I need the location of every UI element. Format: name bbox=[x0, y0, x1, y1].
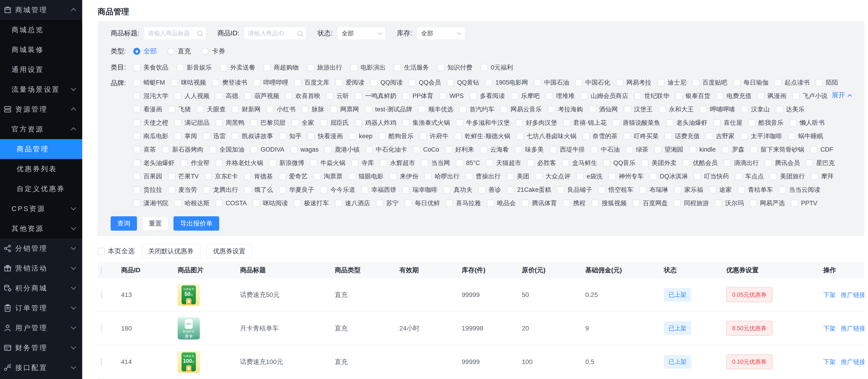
brand-checkbox-item[interactable]: 寺库 bbox=[351, 159, 374, 167]
select-all-checkbox-item[interactable]: 本页全选 bbox=[98, 246, 135, 256]
brand-checkbox-item[interactable]: 乐摩吧 bbox=[511, 92, 540, 100]
brand-checkbox-item[interactable]: 集渔泰式火锅 bbox=[402, 119, 450, 127]
brand-checkbox-item[interactable]: 网票网 bbox=[330, 105, 359, 114]
brand-checkbox-item[interactable]: 爱阅读 bbox=[335, 78, 364, 87]
brand-checkbox-item[interactable]: 老头油爆虾 bbox=[666, 119, 708, 127]
take-down-link[interactable]: 下架 bbox=[823, 325, 836, 332]
brand-checkbox-item[interactable]: 当当网 bbox=[421, 159, 450, 167]
brand-checkbox-item[interactable]: PP体育 bbox=[402, 92, 433, 100]
brand-checkbox-item[interactable]: CDF bbox=[810, 146, 833, 153]
brand-checkbox-item[interactable]: 埋堆堆 bbox=[546, 92, 575, 100]
brand-checkbox-item[interactable]: 银泰百货 bbox=[675, 92, 711, 100]
brand-checkbox-item[interactable]: 优酷会员 bbox=[683, 159, 718, 167]
brand-checkbox-item[interactable]: 话费充值 bbox=[665, 132, 700, 140]
brand-checkbox-item[interactable]: kindle bbox=[689, 146, 716, 153]
brand-checkbox-item[interactable]: 绿茶 bbox=[626, 145, 648, 154]
brand-checkbox-item[interactable]: 1905电影网 bbox=[485, 78, 528, 87]
brand-checkbox-item[interactable]: 天猫超市 bbox=[486, 159, 521, 167]
category-checkbox-item[interactable]: 知识付费 bbox=[437, 63, 472, 71]
brand-checkbox-item[interactable]: 猫眼电影 bbox=[348, 172, 384, 180]
brand-checkbox-item[interactable]: PPTV bbox=[791, 200, 817, 207]
category-checkbox-item[interactable]: 商超购物 bbox=[264, 63, 299, 71]
brand-checkbox-item[interactable]: 天眼查 bbox=[197, 105, 226, 114]
brand-checkbox-item[interactable]: 搜狐视频 bbox=[591, 199, 627, 207]
brand-checkbox-item[interactable]: 哈啰出行 bbox=[425, 172, 460, 180]
brand-checkbox-item[interactable]: 每日优鲜 bbox=[405, 199, 440, 207]
brand-checkbox-item[interactable]: 善诊 bbox=[478, 185, 501, 194]
brand-checkbox-item[interactable]: 喜仕屋 bbox=[713, 119, 742, 127]
brand-checkbox-item[interactable]: 老头油爆虾 bbox=[133, 159, 175, 167]
brand-checkbox-item[interactable]: 欢喜首映 bbox=[285, 92, 320, 100]
brand-checkbox-item[interactable]: 脉脉 bbox=[302, 105, 324, 114]
brand-checkbox-item[interactable]: 呷哺呷哺 bbox=[700, 105, 735, 114]
brand-checkbox-item[interactable]: 哈根达斯 bbox=[175, 199, 210, 207]
sidebar-item-商品管理[interactable]: 商品管理 bbox=[0, 139, 82, 159]
sidebar-item-营销活动[interactable]: 营销活动 bbox=[0, 258, 82, 278]
sidebar-item-财务管理[interactable]: 财务管理 bbox=[0, 338, 82, 358]
status-select[interactable]: 全部 bbox=[337, 27, 386, 40]
brand-checkbox-item[interactable]: 汉拿山 bbox=[741, 105, 770, 114]
brand-checkbox-item[interactable]: 速八酒店 bbox=[335, 199, 370, 207]
brand-checkbox-item[interactable]: 携程 bbox=[563, 199, 586, 207]
sidebar-item-商城管理[interactable]: 商城管理 bbox=[0, 0, 82, 20]
brand-checkbox-item[interactable]: 葫芦视频 bbox=[244, 92, 279, 100]
brand-checkbox-item[interactable]: 神州专车 bbox=[609, 172, 644, 180]
brand-checkbox-item[interactable]: 新石器烤肉 bbox=[162, 145, 203, 154]
brand-checkbox-item[interactable]: 华夏良子 bbox=[279, 185, 314, 194]
brand-checkbox-item[interactable]: 瑞幸咖啡 bbox=[402, 185, 437, 194]
brand-checkbox-item[interactable]: 中石化油卡 bbox=[366, 145, 407, 154]
brand-checkbox-item[interactable]: wagas bbox=[290, 146, 318, 153]
brand-checkbox-item[interactable]: test-测试品牌 bbox=[365, 105, 412, 114]
brand-checkbox-item[interactable]: 起点读书 bbox=[774, 78, 810, 87]
reset-button[interactable]: 重置 bbox=[142, 216, 168, 231]
brand-checkbox-item[interactable]: 酒仙网 bbox=[589, 105, 618, 114]
brand-checkbox-item[interactable]: 人人视频 bbox=[175, 92, 210, 100]
brand-checkbox-item[interactable]: 混沌大学 bbox=[133, 92, 168, 100]
brand-checkbox-item[interactable]: 车点点 bbox=[735, 172, 764, 180]
brand-checkbox-item[interactable]: 巴黎贝甜 bbox=[250, 119, 285, 127]
stock-select[interactable]: 全部 bbox=[417, 27, 465, 40]
sidebar-item-自定义优惠券[interactable]: 自定义优惠券 bbox=[0, 179, 82, 199]
brand-checkbox-item[interactable]: 电费充值 bbox=[716, 92, 752, 100]
sidebar-item-流量场景设置[interactable]: 流量场景设置 bbox=[0, 80, 82, 99]
brand-checkbox-item[interactable]: DQ冰淇淋 bbox=[650, 172, 688, 180]
promo-link-link[interactable]: 推广链接 bbox=[841, 358, 864, 366]
brand-checkbox-item[interactable]: 屈臣氏 bbox=[320, 119, 349, 127]
brand-checkbox-item[interactable]: 唯品会 bbox=[487, 199, 516, 207]
type-radio-全部[interactable]: 全部 bbox=[133, 47, 157, 56]
brand-checkbox-item[interactable]: 必胜客 bbox=[527, 159, 556, 167]
brand-checkbox-item[interactable]: 摩拜 bbox=[811, 172, 834, 180]
brand-checkbox-item[interactable]: QQ阅读 bbox=[370, 78, 403, 87]
brand-checkbox-item[interactable]: 百度网盘 bbox=[633, 199, 668, 207]
brand-checkbox-item[interactable]: 芒果TV bbox=[168, 172, 199, 180]
brand-checkbox-item[interactable]: 世纪联华 bbox=[634, 92, 669, 100]
brand-checkbox-item[interactable]: 陌陌 bbox=[815, 78, 838, 87]
select-all-checkbox[interactable] bbox=[101, 266, 102, 274]
brand-checkbox-item[interactable]: 潇湘书院 bbox=[133, 199, 168, 207]
brand-checkbox-item[interactable]: 高德 bbox=[216, 92, 238, 100]
expand-collapse-link[interactable]: 展开 bbox=[832, 91, 851, 100]
sidebar-item-通用设置[interactable]: 通用设置 bbox=[0, 60, 82, 80]
brand-checkbox-item[interactable]: 首汽约车 bbox=[459, 105, 495, 114]
brand-checkbox-item[interactable]: 当当云阅读 bbox=[779, 185, 820, 194]
brand-checkbox-item[interactable]: 汉堡王 bbox=[624, 105, 653, 114]
row-checkbox[interactable] bbox=[101, 325, 102, 332]
brand-checkbox-item[interactable]: 许府牛 bbox=[420, 132, 448, 140]
brand-checkbox-item[interactable]: 百果园 bbox=[133, 172, 162, 180]
brand-checkbox-item[interactable]: 井格老灶火锅 bbox=[216, 159, 263, 167]
export-quotation-button[interactable]: 导出报价单 bbox=[174, 216, 219, 231]
brand-checkbox-item[interactable]: 迅雷 bbox=[203, 132, 226, 140]
brand-checkbox-item[interactable]: 唐猫说酸菜鱼 bbox=[613, 119, 660, 127]
brand-checkbox-item[interactable]: 真功夫 bbox=[443, 185, 472, 194]
brand-checkbox-item[interactable]: 21Cake蛋糕 bbox=[507, 185, 551, 194]
brand-checkbox-item[interactable]: 满记甜品 bbox=[175, 119, 210, 127]
brand-checkbox-item[interactable]: 咪咕阅读 bbox=[253, 199, 288, 207]
brand-checkbox-item[interactable]: 望湘园 bbox=[654, 145, 683, 154]
brand-checkbox-item[interactable]: 每日瑜伽 bbox=[733, 78, 769, 87]
brand-checkbox-item[interactable]: 腾讯会员 bbox=[765, 159, 800, 167]
row-checkbox[interactable] bbox=[101, 291, 102, 298]
brand-checkbox-item[interactable]: 网易严选 bbox=[750, 199, 785, 207]
brand-checkbox-item[interactable]: COSTA bbox=[216, 200, 247, 207]
category-checkbox-item[interactable]: 电影演出 bbox=[350, 63, 385, 71]
brand-checkbox-item[interactable]: 美团 bbox=[507, 172, 529, 180]
